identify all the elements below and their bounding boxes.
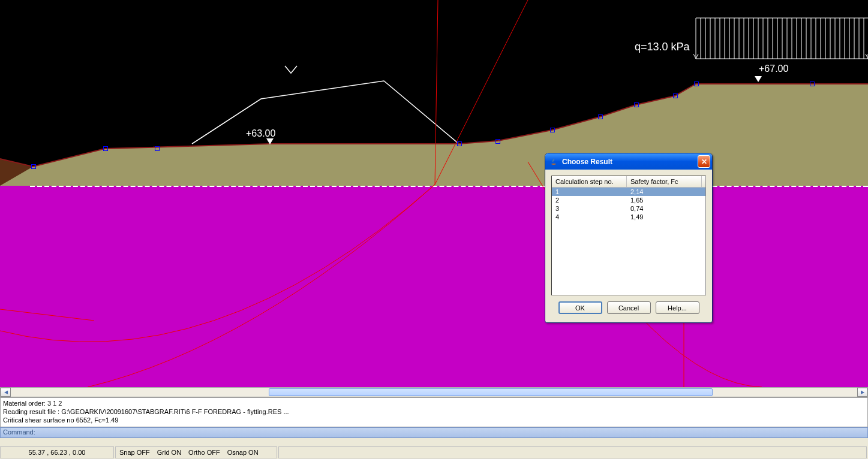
java-app-icon bbox=[549, 157, 558, 167]
geometry-node[interactable] bbox=[495, 139, 500, 144]
cell-fc: 1,49 bbox=[627, 213, 702, 221]
cancel-button[interactable]: Cancel bbox=[607, 301, 651, 314]
close-icon: ✕ bbox=[701, 158, 707, 166]
log-line: Reading result file : G:\GEOARKIV\200916… bbox=[3, 407, 865, 416]
status-ortho-toggle[interactable]: Ortho OFF bbox=[188, 448, 220, 457]
geometry-node[interactable] bbox=[694, 81, 699, 86]
cell-step: 2 bbox=[552, 196, 627, 204]
svg-marker-1 bbox=[0, 84, 868, 186]
result-row[interactable]: 2 1,65 bbox=[552, 196, 705, 204]
cell-step: 4 bbox=[552, 213, 627, 221]
elev-marker-icon bbox=[755, 76, 762, 82]
drawing-canvas[interactable]: q=13.0 kPa +67.00 +63.00 bbox=[0, 0, 868, 387]
geometry-node[interactable] bbox=[155, 146, 160, 151]
elev-left-label: +63.00 bbox=[246, 128, 275, 139]
command-bar[interactable]: Command: bbox=[0, 427, 868, 438]
cell-step: 1 bbox=[552, 188, 627, 196]
status-coordinates: 55.37 , 66.23 , 0.00 bbox=[0, 446, 114, 458]
help-button[interactable]: Help... bbox=[656, 301, 699, 314]
choose-result-dialog: Choose Result ✕ Calculation step no. Saf… bbox=[545, 153, 713, 323]
status-grid-toggle[interactable]: Grid ON bbox=[157, 448, 181, 457]
status-spacer bbox=[278, 446, 867, 458]
cell-fc: 0,74 bbox=[627, 204, 702, 213]
scroll-right-button[interactable]: ▶ bbox=[857, 388, 867, 397]
list-header: Calculation step no. Safety factor, Fc bbox=[552, 176, 705, 188]
result-row[interactable]: 4 1,49 bbox=[552, 213, 705, 221]
log-line: Critical shear surface no 6552, Fc=1.49 bbox=[3, 416, 865, 424]
dialog-titlebar[interactable]: Choose Result ✕ bbox=[545, 153, 712, 170]
dialog-title: Choose Result bbox=[562, 158, 612, 166]
load-label: q=13.0 kPa bbox=[635, 41, 690, 53]
command-label: Command: bbox=[3, 428, 35, 436]
log-line: Material order: 3 1 2 bbox=[3, 399, 865, 407]
geometry-node[interactable] bbox=[550, 128, 555, 132]
scroll-thumb[interactable] bbox=[269, 388, 713, 396]
status-snap-toggle[interactable]: Snap OFF bbox=[119, 448, 150, 457]
cell-fc: 2,14 bbox=[627, 188, 702, 196]
scroll-left-button[interactable]: ◀ bbox=[1, 388, 11, 397]
status-osnap-toggle[interactable]: Osnap ON bbox=[227, 448, 259, 457]
message-log[interactable]: Material order: 3 1 2 Reading result fil… bbox=[0, 397, 868, 427]
geometry-svg bbox=[0, 0, 868, 387]
result-list[interactable]: Calculation step no. Safety factor, Fc 1… bbox=[551, 176, 706, 295]
column-header-step[interactable]: Calculation step no. bbox=[552, 176, 627, 187]
scroll-track[interactable] bbox=[11, 388, 857, 397]
geometry-node[interactable] bbox=[103, 146, 108, 151]
elev-right-label: +67.00 bbox=[759, 64, 788, 74]
column-header-fc[interactable]: Safety factor, Fc bbox=[627, 176, 702, 187]
svg-line-3 bbox=[0, 309, 94, 321]
geometry-node[interactable] bbox=[457, 141, 462, 146]
geometry-node[interactable] bbox=[673, 93, 678, 98]
horizontal-scrollbar[interactable]: ◀ ▶ bbox=[0, 387, 868, 397]
result-row[interactable]: 3 0,74 bbox=[552, 204, 705, 213]
result-row[interactable]: 1 2,14 bbox=[552, 188, 705, 196]
geometry-node[interactable] bbox=[598, 114, 603, 119]
geometry-node[interactable] bbox=[31, 164, 36, 169]
ok-button[interactable]: OK bbox=[558, 301, 602, 314]
status-bar: 55.37 , 66.23 , 0.00 Snap OFF Grid ON Or… bbox=[0, 438, 868, 459]
dialog-close-button[interactable]: ✕ bbox=[698, 155, 710, 168]
geometry-node[interactable] bbox=[810, 81, 815, 86]
geometry-node[interactable] bbox=[634, 102, 639, 107]
elev-marker-icon bbox=[266, 138, 274, 144]
cell-fc: 1,65 bbox=[627, 196, 702, 204]
cell-step: 3 bbox=[552, 204, 627, 213]
